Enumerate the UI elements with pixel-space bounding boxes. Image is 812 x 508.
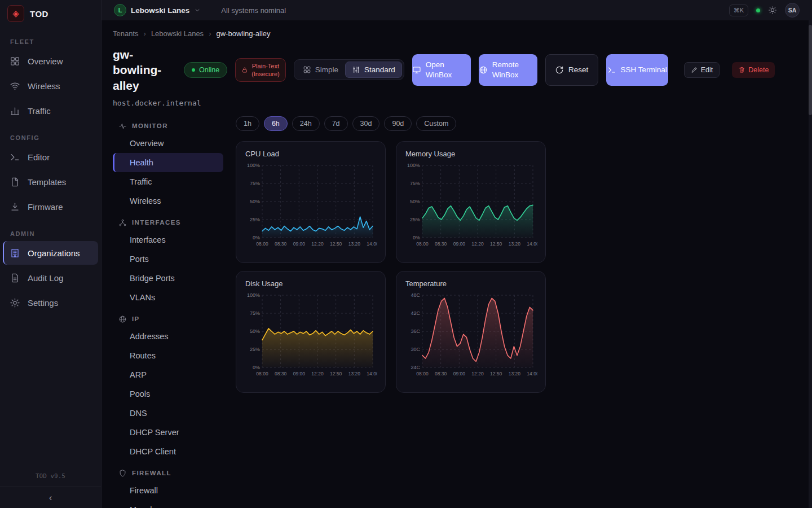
system-status-text: All systems nominal <box>221 6 286 15</box>
reset-label: Reset <box>568 65 588 75</box>
subnav-item-overview[interactable]: Overview <box>113 134 223 153</box>
scrollbar-thumb[interactable] <box>809 25 812 115</box>
grid-icon <box>10 56 20 67</box>
view-mode-simple[interactable]: Simple <box>296 62 345 78</box>
subnav-item-dhcp-client[interactable]: DHCP Client <box>113 442 223 461</box>
subnav-item-dns[interactable]: DNS <box>113 404 223 423</box>
sidebar-item-organizations[interactable]: Organizations <box>3 241 98 265</box>
user-avatar[interactable]: SA <box>785 3 800 17</box>
temperature-chart-card: Temperature 48C42C36C30C24C08:0008:3009:… <box>396 271 546 393</box>
device-hostname: host.docker.internal <box>113 99 812 107</box>
sidebar-item-templates[interactable]: Templates <box>3 170 98 194</box>
time-range-90d[interactable]: 90d <box>384 116 412 131</box>
subnav-item-firewall[interactable]: Firewall <box>113 481 223 500</box>
online-status-badge: Online <box>184 62 227 78</box>
time-range-1h[interactable]: 1h <box>236 116 259 131</box>
svg-text:08:30: 08:30 <box>435 371 447 376</box>
svg-text:75%: 75% <box>250 310 260 316</box>
remote-winbox-button[interactable]: Remote WinBox <box>479 54 537 86</box>
chart-title: Temperature <box>405 279 536 288</box>
sidebar-item-label: Organizations <box>28 248 80 258</box>
svg-text:48C: 48C <box>411 292 420 298</box>
subnav-item-mangle[interactable]: Mangle <box>113 500 223 508</box>
svg-text:50%: 50% <box>410 199 420 204</box>
theme-toggle-sun-icon[interactable] <box>768 6 777 15</box>
svg-text:12:50: 12:50 <box>330 371 342 376</box>
chevron-left-icon: ‹ <box>49 492 52 503</box>
sidebar-item-editor[interactable]: Editor <box>3 145 98 169</box>
command-palette-shortcut[interactable]: ⌘K <box>729 5 748 16</box>
svg-text:08:30: 08:30 <box>275 241 287 247</box>
sidebar-item-settings[interactable]: Settings <box>3 291 98 314</box>
svg-text:12:50: 12:50 <box>330 241 342 247</box>
svg-text:0%: 0% <box>413 235 420 240</box>
globe-icon <box>118 315 127 323</box>
svg-text:75%: 75% <box>410 181 420 186</box>
sidebar-section-fleet: FLEET <box>10 38 101 45</box>
open-winbox-label: Open WinBox <box>426 60 471 80</box>
subnav-item-health[interactable]: Health <box>113 153 223 172</box>
view-mode-standard-label: Standard <box>364 65 395 74</box>
svg-text:09:00: 09:00 <box>293 371 306 376</box>
breadcrumb-current: gw-bowling-alley <box>216 29 270 38</box>
subnav-item-wireless[interactable]: Wireless <box>113 191 223 211</box>
insecure-badge-line2: (Insecure) <box>251 70 280 78</box>
refresh-icon <box>555 65 564 75</box>
delete-button[interactable]: Delete <box>732 62 775 78</box>
sidebar-item-traffic[interactable]: Traffic <box>3 99 98 122</box>
subnav-item-vlans[interactable]: VLANs <box>113 288 223 307</box>
svg-text:0%: 0% <box>253 235 260 240</box>
open-winbox-button[interactable]: Open WinBox <box>412 54 471 86</box>
svg-text:24C: 24C <box>411 365 420 370</box>
ssh-terminal-button[interactable]: SSH Terminal <box>606 54 668 86</box>
time-range-selector: 1h 6h 24h 7d 30d 90d Custom <box>236 116 812 131</box>
sidebar-item-audit-log[interactable]: Audit Log <box>3 266 98 290</box>
sidebar-item-firmware[interactable]: Firmware <box>3 195 98 218</box>
svg-text:25%: 25% <box>250 347 260 352</box>
tenant-switcher[interactable]: L Lebowski Lanes <box>114 4 201 16</box>
sidebar-item-label: Settings <box>28 298 58 308</box>
reset-button[interactable]: Reset <box>545 54 598 86</box>
disk-usage-chart: 100%75%50%25%0%08:0008:3009:0012:2012:50… <box>245 290 376 386</box>
breadcrumb-tenant[interactable]: Lebowski Lanes <box>151 29 204 38</box>
time-range-custom[interactable]: Custom <box>416 116 456 131</box>
app-sidebar: ◈ TOD FLEET Overview Wireless Traffic CO… <box>0 0 102 508</box>
scrollbar-track[interactable] <box>809 20 812 508</box>
edit-button[interactable]: Edit <box>684 62 720 78</box>
sidebar-item-label: Firmware <box>28 202 63 212</box>
svg-text:12:20: 12:20 <box>471 241 484 247</box>
topbar: L Lebowski Lanes All systems nominal ⌘K … <box>102 0 812 20</box>
svg-text:09:00: 09:00 <box>293 241 306 247</box>
subnav-item-arp[interactable]: ARP <box>113 365 223 384</box>
svg-text:13:20: 13:20 <box>348 371 361 376</box>
device-subnav: MONITOR Overview Health Traffic Wireless… <box>113 114 223 508</box>
svg-text:14:00: 14:00 <box>527 241 537 247</box>
subnav-item-interfaces[interactable]: Interfaces <box>113 230 223 249</box>
network-icon <box>118 218 127 227</box>
time-range-7d[interactable]: 7d <box>324 116 348 131</box>
breadcrumb: Tenants › Lebowski Lanes › gw-bowling-al… <box>113 29 812 38</box>
lock-open-icon <box>241 67 248 73</box>
subnav-item-pools[interactable]: Pools <box>113 384 223 404</box>
edit-label: Edit <box>701 66 713 74</box>
subnav-item-traffic[interactable]: Traffic <box>113 172 223 191</box>
sidebar-collapse-button[interactable]: ‹ <box>0 487 101 508</box>
time-range-24h[interactable]: 24h <box>292 116 320 131</box>
sidebar-item-wireless[interactable]: Wireless <box>3 74 98 98</box>
breadcrumb-tenants[interactable]: Tenants <box>113 29 139 38</box>
view-mode-standard[interactable]: Standard <box>345 62 402 78</box>
grid-icon <box>303 65 311 74</box>
subnav-item-ports[interactable]: Ports <box>113 249 223 269</box>
audit-log-icon <box>10 273 20 283</box>
subnav-item-bridge-ports[interactable]: Bridge Ports <box>113 269 223 288</box>
main-content: Tenants › Lebowski Lanes › gw-bowling-al… <box>102 20 812 508</box>
subnav-item-dhcp-server[interactable]: DHCP Server <box>113 423 223 442</box>
sidebar-item-overview[interactable]: Overview <box>3 49 98 73</box>
time-range-30d[interactable]: 30d <box>352 116 380 131</box>
subnav-item-addresses[interactable]: Addresses <box>113 327 223 346</box>
subnav-item-routes[interactable]: Routes <box>113 346 223 365</box>
time-range-6h[interactable]: 6h <box>264 116 288 131</box>
delete-label: Delete <box>748 66 769 74</box>
sliders-icon <box>352 65 360 74</box>
svg-text:25%: 25% <box>250 217 260 222</box>
